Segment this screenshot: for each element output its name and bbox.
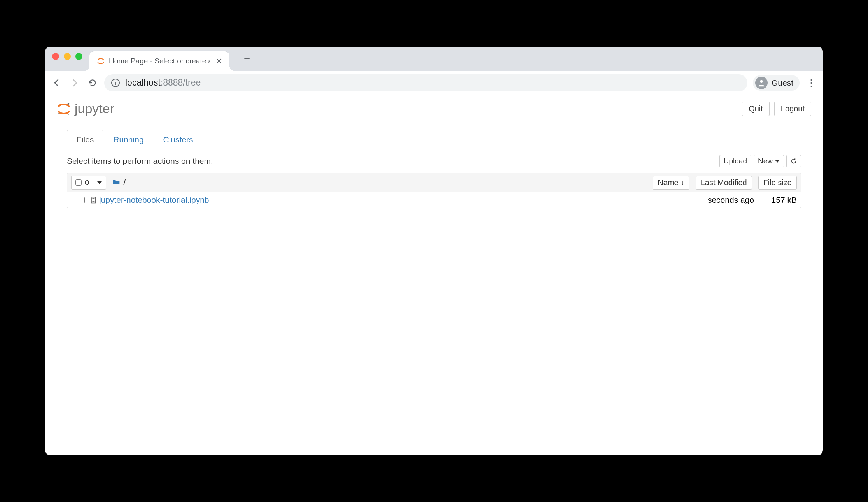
browser-toolbar: i localhost:8888/tree Guest ⋮ [45, 71, 823, 95]
jupyter-logo-text: jupyter [75, 101, 114, 116]
browser-tab[interactable]: Home Page - Select or create a n ✕ [89, 51, 229, 71]
jupyter-body: Files Running Clusters Select items to p… [45, 123, 823, 216]
svg-point-1 [68, 103, 70, 105]
logout-button[interactable]: Logout [774, 102, 811, 116]
selected-count: 0 [85, 178, 89, 187]
browser-window: Home Page - Select or create a n ✕ ＋ i l… [45, 47, 823, 455]
url-path: :8888/tree [161, 77, 201, 88]
jupyter-logo-icon [57, 102, 71, 116]
window-maximize-button[interactable] [75, 53, 82, 60]
new-tab-button[interactable]: ＋ [239, 50, 255, 66]
tab-files[interactable]: Files [67, 130, 103, 149]
upload-button[interactable]: Upload [719, 155, 751, 167]
sort-size-button[interactable]: File size [758, 176, 797, 190]
quit-button[interactable]: Quit [742, 102, 770, 116]
window-controls [52, 53, 82, 60]
breadcrumb-root[interactable]: / [123, 177, 126, 188]
instruction-text: Select items to perform actions on them. [67, 156, 213, 166]
window-close-button[interactable] [52, 53, 59, 60]
file-modified: seconds ago [688, 195, 754, 205]
refresh-icon [791, 158, 797, 164]
new-dropdown-button[interactable]: New [754, 155, 784, 167]
file-row-checkbox[interactable] [79, 197, 85, 203]
folder-icon[interactable] [112, 178, 120, 187]
svg-point-0 [760, 80, 763, 82]
tab-clusters[interactable]: Clusters [154, 130, 203, 149]
select-all-checkbox[interactable] [75, 179, 82, 186]
reload-button[interactable] [86, 77, 99, 89]
profile-label: Guest [772, 78, 793, 88]
notebook-icon [88, 196, 99, 204]
jupyter-favicon [96, 57, 105, 65]
jupyter-header: jupyter Quit Logout [45, 95, 823, 123]
refresh-button[interactable] [786, 155, 801, 167]
action-row: Select items to perform actions on them.… [67, 155, 801, 167]
browser-tabbar: Home Page - Select or create a n ✕ ＋ [45, 47, 823, 71]
file-size: 157 kB [754, 195, 797, 205]
file-name-link[interactable]: jupyter-notebook-tutorial.ipynb [99, 195, 209, 205]
url-text: localhost:8888/tree [125, 77, 201, 88]
new-button-label: New [758, 157, 773, 165]
select-all-dropdown[interactable]: 0 [71, 176, 106, 190]
file-listing-panel: 0 / Name ↓ Last M [67, 173, 801, 208]
jupyter-logo[interactable]: jupyter [57, 101, 114, 116]
window-minimize-button[interactable] [64, 53, 71, 60]
url-host: localhost [125, 77, 161, 88]
breadcrumb: / [112, 177, 126, 188]
back-button[interactable] [51, 77, 63, 89]
address-bar[interactable]: i localhost:8888/tree [104, 74, 747, 91]
tab-close-button[interactable]: ✕ [216, 56, 222, 66]
sort-name-label: Name [658, 178, 678, 187]
sort-modified-button[interactable]: Last Modified [696, 176, 752, 190]
file-row: jupyter-notebook-tutorial.ipynb seconds … [67, 192, 801, 208]
site-info-icon[interactable]: i [111, 79, 120, 87]
sort-name-button[interactable]: Name ↓ [653, 176, 689, 190]
svg-point-3 [68, 114, 69, 115]
main-tabs: Files Running Clusters [67, 130, 801, 149]
caret-down-icon [97, 181, 102, 184]
sort-arrow-down-icon: ↓ [681, 179, 684, 187]
browser-tab-title: Home Page - Select or create a n [109, 57, 210, 65]
browser-menu-button[interactable]: ⋮ [805, 77, 817, 89]
avatar-icon [755, 77, 768, 89]
profile-button[interactable]: Guest [753, 75, 800, 91]
caret-down-icon [775, 160, 780, 163]
forward-button[interactable] [68, 77, 81, 89]
tab-running[interactable]: Running [103, 130, 153, 149]
file-listing-header: 0 / Name ↓ Last M [67, 173, 801, 192]
